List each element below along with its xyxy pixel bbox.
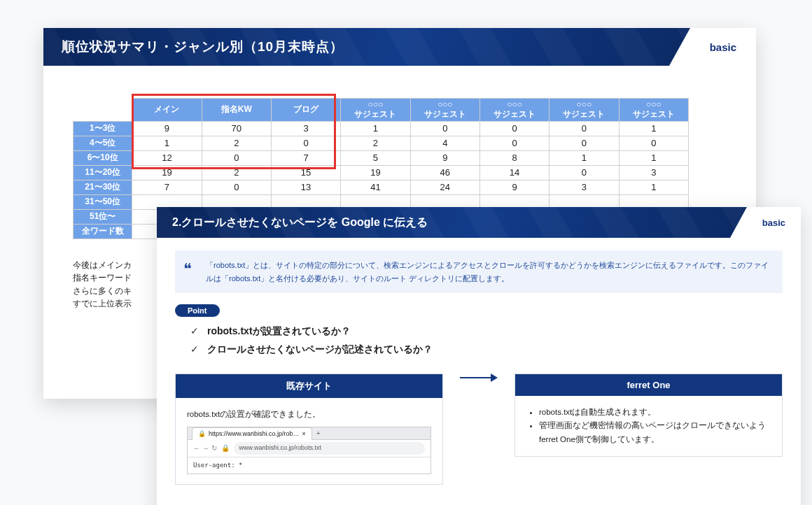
panel-ferret-one: ferret One robots.txtは自動生成されます。管理画面など機密情… <box>514 374 783 457</box>
quote-box: ❝ 「robots.txt」とは、サイトの特定の部分について、検索エンジンによる… <box>175 250 783 293</box>
col-header: ○○○サジェスト <box>619 99 688 122</box>
table-cell: 24 <box>410 180 479 194</box>
table-cell: 3 <box>271 121 340 136</box>
table-cell: 7 <box>271 150 340 165</box>
table-cell: 3 <box>619 165 688 180</box>
col-header: ○○○サジェスト <box>550 99 619 122</box>
slide2-title: 2.クロールさせたくないページを Google に伝える <box>172 215 428 230</box>
row-label: 21〜30位 <box>74 180 132 194</box>
table-cell: 0 <box>271 136 340 150</box>
col-header: ○○○サジェスト <box>479 99 549 122</box>
nav-buttons[interactable]: ← → ↻ <box>193 442 217 454</box>
arrow-right-icon <box>460 374 498 382</box>
col-header: メイン <box>132 99 202 122</box>
slide2-header: 2.クロールさせたくないページを Google に伝える basic <box>157 207 801 238</box>
table-cell: 9 <box>479 180 549 194</box>
row-label: 51位〜 <box>74 209 132 224</box>
row-label: 11〜20位 <box>74 165 132 180</box>
table-cell: 0 <box>202 150 271 165</box>
table-cell: 14 <box>479 165 549 180</box>
row-label: 6〜10位 <box>74 150 132 165</box>
row-label: 31〜50位 <box>74 194 132 209</box>
row-label: 1〜3位 <box>74 121 132 136</box>
slide1-header: 順位状況サマリ・ジャンル別（10月末時点） basic <box>43 28 756 66</box>
table-cell: 13 <box>271 180 340 194</box>
slide-robots-txt: 2.クロールさせたくないページを Google に伝える basic ❝ 「ro… <box>157 207 801 505</box>
browser-mock: 🔒 https://www.wanbishi.co.jp/rob… × + ← … <box>187 427 431 474</box>
list-item: 管理画面など機密情報の高いページはクロールできないようferret One側で制… <box>539 419 771 446</box>
table-cell: 8 <box>479 150 549 165</box>
table-cell: 70 <box>202 121 271 136</box>
table-cell: 0 <box>550 136 619 150</box>
list-item: robots.txtは自動生成されます。 <box>539 406 771 420</box>
panel-right-title: ferret One <box>515 374 782 396</box>
browser-body: User-agent: * <box>188 457 430 474</box>
table-cell: 0 <box>619 136 688 150</box>
table-cell: 0 <box>479 121 549 136</box>
table-cell: 19 <box>341 165 410 180</box>
table-cell: 1 <box>619 180 688 194</box>
table-cell: 2 <box>202 165 271 180</box>
quote-icon: ❝ <box>183 256 192 282</box>
col-header: ○○○サジェスト <box>341 99 410 122</box>
table-cell: 0 <box>202 180 271 194</box>
panel-left-title: 既存サイト <box>176 374 442 398</box>
table-cell: 9 <box>132 121 202 136</box>
close-icon[interactable]: × <box>302 429 306 439</box>
lock-icon: 🔒 <box>198 429 206 439</box>
panel-right-bullets: robots.txtは自動生成されます。管理画面など機密情報の高いページはクロー… <box>526 406 771 447</box>
row-label: 全ワード数 <box>74 224 132 239</box>
basic-label: basic <box>747 207 801 238</box>
col-header: ○○○サジェスト <box>410 99 479 122</box>
table-cell: 1 <box>550 150 619 165</box>
basic-tag: basic <box>730 207 801 238</box>
table-cell: 19 <box>132 165 202 180</box>
table-cell: 0 <box>479 136 549 150</box>
table-cell: 0 <box>550 165 619 180</box>
table-cell: 3 <box>550 180 619 194</box>
table-cell: 0 <box>410 121 479 136</box>
table-cell: 15 <box>271 165 340 180</box>
table-cell: 4 <box>410 136 479 150</box>
table-cell: 1 <box>619 150 688 165</box>
table-cell: 46 <box>410 165 479 180</box>
new-tab-button[interactable]: + <box>316 427 321 439</box>
slide1-title: 順位状況サマリ・ジャンル別（10月末時点） <box>62 38 344 56</box>
point-checklist: robots.txtが設置されているか？クロールさせたくないページが記述されてい… <box>175 322 783 357</box>
row-label: 4〜5位 <box>74 136 132 150</box>
table-cell: 7 <box>132 180 202 194</box>
table-cell: 12 <box>132 150 202 165</box>
table-cell: 9 <box>410 150 479 165</box>
table-cell: 2 <box>341 136 410 150</box>
quote-text: 「robots.txt」とは、サイトの特定の部分について、検索エンジンによるアク… <box>206 261 769 283</box>
col-header: 指名KW <box>202 99 271 122</box>
check-item: robots.txtが設置されているか？ <box>190 322 783 340</box>
check-item: クロールさせたくないページが記述されているか？ <box>190 341 783 358</box>
table-cell: 41 <box>341 180 410 194</box>
browser-tab[interactable]: 🔒 https://www.wanbishi.co.jp/rob… × <box>192 427 312 440</box>
table-cell: 1 <box>341 121 410 136</box>
table-cell: 2 <box>202 136 271 150</box>
panel-existing-site: 既存サイト robots.txtの設置が確認できました。 🔒 https://w… <box>175 374 443 485</box>
col-header: ブログ <box>271 99 340 122</box>
panel-left-lead: robots.txtの設置が確認できました。 <box>187 408 431 422</box>
table-cell: 1 <box>132 136 202 150</box>
point-pill: Point <box>175 304 220 317</box>
tab-label: https://www.wanbishi.co.jp/rob… <box>209 429 300 439</box>
lock-icon: 🔒 <box>221 442 230 454</box>
table-cell: 0 <box>550 121 619 136</box>
table-cell: 1 <box>619 121 688 136</box>
table-cell: 5 <box>341 150 410 165</box>
url-bar[interactable]: www.wanbishi.co.jp/robots.txt <box>234 442 425 454</box>
basic-label: basic <box>690 28 756 66</box>
basic-tag: basic <box>669 28 756 66</box>
